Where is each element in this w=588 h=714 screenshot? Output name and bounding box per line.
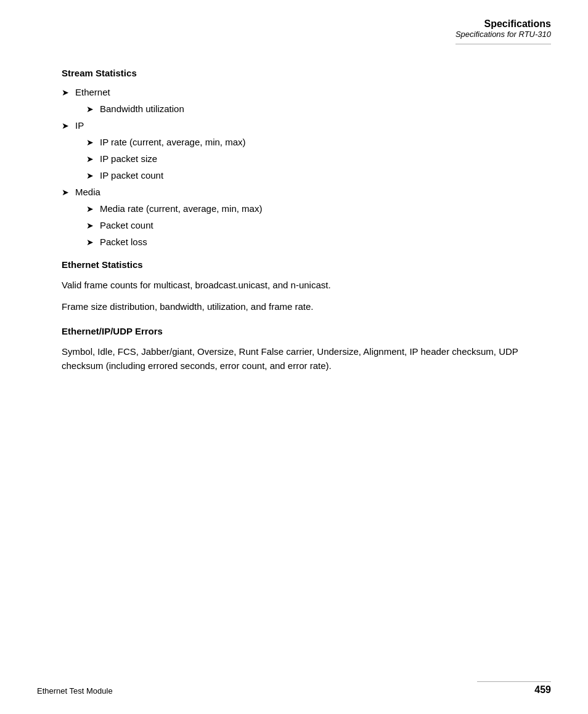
media-children: ➤ Media rate (current, average, min, max… xyxy=(86,203,551,247)
ethernet-errors-heading: Ethernet/IP/UDP Errors xyxy=(62,326,551,336)
arrow-icon-bandwidth: ➤ xyxy=(86,104,94,114)
ip-rate-label: IP rate (current, average, min, max) xyxy=(100,137,245,147)
list-item-ip-rate: ➤ IP rate (current, average, min, max) xyxy=(86,137,551,147)
list-item-packet-count: ➤ Packet count xyxy=(86,220,551,230)
packet-count-label: Packet count xyxy=(100,220,153,230)
header-divider xyxy=(455,44,551,44)
list-item-ethernet: ➤ Ethernet xyxy=(62,87,551,97)
ethernet-errors-section: Ethernet/IP/UDP Errors Symbol, Idle, FCS… xyxy=(62,326,551,373)
arrow-icon-ip: ➤ xyxy=(62,121,69,131)
list-item-media-rate: ➤ Media rate (current, average, min, max… xyxy=(86,203,551,214)
arrow-icon-packet-count: ➤ xyxy=(86,221,94,230)
ethernet-statistics-body2: Frame size distribution, bandwidth, util… xyxy=(62,300,551,314)
footer-divider xyxy=(477,681,551,682)
arrow-icon-media: ➤ xyxy=(62,187,69,197)
footer-label: Ethernet Test Module xyxy=(37,686,113,696)
list-item-ip-packet-size: ➤ IP packet size xyxy=(86,153,551,164)
ip-label: IP xyxy=(75,120,84,131)
ethernet-children: ➤ Bandwidth utilization xyxy=(86,103,551,114)
list-item-bandwidth: ➤ Bandwidth utilization xyxy=(86,103,551,114)
list-item-ip-packet-count: ➤ IP packet count xyxy=(86,170,551,181)
page-number: 459 xyxy=(534,684,551,696)
ethernet-errors-body: Symbol, Idle, FCS, Jabber/giant, Oversiz… xyxy=(62,345,551,373)
header-title: Specifications xyxy=(455,18,551,30)
arrow-icon-ip-packet-count: ➤ xyxy=(86,171,94,181)
list-item-ip: ➤ IP xyxy=(62,120,551,131)
main-content: Stream Statistics ➤ Ethernet ➤ Bandwidth… xyxy=(62,68,551,381)
ethernet-statistics-section: Ethernet Statistics Valid frame counts f… xyxy=(62,259,551,314)
arrow-icon-ethernet: ➤ xyxy=(62,87,69,97)
page-footer: Ethernet Test Module 459 xyxy=(37,681,551,696)
arrow-icon-ip-rate: ➤ xyxy=(86,137,94,147)
level1-list: ➤ Ethernet ➤ Bandwidth utilization ➤ IP … xyxy=(62,87,551,247)
arrow-icon-packet-loss: ➤ xyxy=(86,237,94,247)
ip-children: ➤ IP rate (current, average, min, max) ➤… xyxy=(86,137,551,181)
arrow-icon-media-rate: ➤ xyxy=(86,204,94,214)
list-item-media: ➤ Media xyxy=(62,187,551,197)
ethernet-label: Ethernet xyxy=(75,87,110,97)
media-label: Media xyxy=(75,187,100,197)
bandwidth-label: Bandwidth utilization xyxy=(100,103,184,114)
media-rate-label: Media rate (current, average, min, max) xyxy=(100,203,262,214)
ethernet-statistics-body1: Valid frame counts for multicast, broadc… xyxy=(62,278,551,293)
header-subtitle: Specifications for RTU-310 xyxy=(455,30,551,39)
stream-statistics-heading: Stream Statistics xyxy=(62,68,551,78)
page-container: Specifications Specifications for RTU-31… xyxy=(0,0,588,714)
footer-right: 459 xyxy=(477,681,551,696)
arrow-icon-ip-packet-size: ➤ xyxy=(86,154,94,164)
list-item-packet-loss: ➤ Packet loss xyxy=(86,237,551,247)
ip-packet-count-label: IP packet count xyxy=(100,170,163,181)
ip-packet-size-label: IP packet size xyxy=(100,153,157,164)
ethernet-statistics-heading: Ethernet Statistics xyxy=(62,259,551,270)
packet-loss-label: Packet loss xyxy=(100,237,147,247)
page-header: Specifications Specifications for RTU-31… xyxy=(455,18,551,44)
